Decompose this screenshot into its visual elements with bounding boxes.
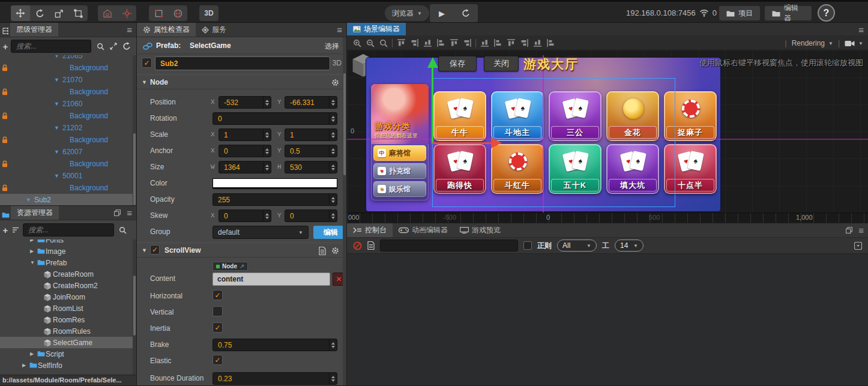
hierarchy-item-50001[interactable]: ▼50001 (0, 170, 133, 182)
category-button-1[interactable]: 中麻将馆 (373, 145, 426, 161)
asset-item-roomres[interactable]: RoomRes (0, 314, 133, 325)
spinner[interactable] (329, 210, 337, 222)
hierarchy-item-21065[interactable]: ▼21065 (0, 55, 133, 62)
spinner-down-icon[interactable] (331, 346, 335, 350)
asset-item-joinroom[interactable]: JoinRoom (0, 291, 133, 303)
open-project-button[interactable]: 项目 (719, 6, 760, 20)
inspector-scrollbar[interactable] (343, 37, 346, 385)
spinner-down-icon[interactable] (331, 201, 335, 205)
hierarchy-item-21060[interactable]: ▼21060 (0, 98, 133, 110)
hierarchy-item-background[interactable]: Background (0, 86, 133, 98)
search-icon[interactable] (119, 226, 127, 234)
gizmo-y-axis[interactable] (432, 61, 433, 143)
spinner-up-icon[interactable] (331, 340, 335, 345)
asset-item-roomlist[interactable]: RoomList (0, 303, 133, 314)
font-size-dropdown[interactable]: 14 ▼ (615, 240, 643, 252)
tree-arrow-icon[interactable]: ▼ (54, 77, 59, 83)
mode-3d-badge[interactable]: 3D (333, 59, 342, 67)
spinner-down-icon[interactable] (265, 136, 269, 140)
scale-tool-button[interactable] (49, 5, 68, 21)
spinner[interactable] (329, 145, 337, 157)
gizmo-y-arrowhead[interactable] (427, 52, 438, 68)
content-node-input[interactable]: content (212, 273, 330, 286)
hierarchy-item-background[interactable]: Background (0, 62, 133, 74)
position-x-input[interactable]: -532 (219, 96, 271, 109)
distribute-center-icon[interactable] (531, 38, 544, 49)
play-button[interactable]: ▶ (430, 4, 454, 22)
hierarchy-item-21202[interactable]: ▼21202 (0, 122, 133, 134)
regex-checkbox[interactable] (523, 241, 532, 250)
bounce-duration-input[interactable]: 0.23 (212, 372, 337, 385)
spinner-down-icon[interactable] (265, 103, 269, 107)
spinner[interactable] (329, 161, 337, 173)
size-y-input[interactable]: 530 (285, 161, 337, 173)
add-asset-button[interactable]: + (1, 225, 10, 235)
assets-scrollbar[interactable] (133, 240, 136, 375)
asset-item-roomrules[interactable]: RoomRules (0, 325, 133, 337)
panel-menu-icon[interactable]: ≡ (337, 25, 342, 35)
checkbox-inertia[interactable]: ✓ (212, 322, 223, 333)
gear-icon[interactable] (331, 247, 339, 255)
popout-icon[interactable] (114, 210, 121, 218)
expand-all-icon[interactable] (110, 43, 117, 50)
save-button[interactable]: 保存 (438, 56, 477, 71)
console-filter-input[interactable] (380, 240, 518, 252)
hierarchy-item-62007[interactable]: ▼62007 (0, 146, 133, 158)
asset-item-selectgame[interactable]: SelectGame (0, 337, 133, 348)
checkbox-horizontal[interactable]: ✓ (212, 290, 223, 300)
spinner-up-icon[interactable] (331, 114, 335, 118)
spinner[interactable] (263, 129, 271, 140)
asset-item-createroom[interactable]: CreateRoom (0, 268, 133, 280)
tab-assets[interactable]: 资源管理器 (11, 206, 59, 220)
spinner-up-icon[interactable] (331, 163, 335, 167)
group-select[interactable]: default▼ (212, 226, 309, 239)
spinner-down-icon[interactable] (331, 217, 335, 221)
anchor-y-input[interactable]: 0.5 (285, 145, 337, 157)
asset-item-fonts[interactable]: ▶Fonts (0, 240, 133, 246)
rotation-input[interactable]: 0 (212, 112, 337, 125)
spinner-down-icon[interactable] (331, 136, 335, 140)
stack-bottom-icon[interactable] (421, 38, 434, 49)
align-middle-icon[interactable] (491, 38, 504, 49)
search-icon[interactable] (97, 43, 104, 50)
spinner-up-icon[interactable] (265, 211, 269, 216)
checkbox-elastic[interactable]: ✓ (212, 355, 223, 365)
panel-menu-icon[interactable]: ≡ (858, 25, 864, 35)
spinner[interactable] (329, 113, 337, 124)
scrollview-enabled-checkbox[interactable]: ✓ (150, 245, 160, 255)
skew-y-input[interactable]: 0 (285, 210, 337, 222)
tab-动画编辑器[interactable]: 动画编辑器 (393, 223, 454, 237)
spinner-down-icon[interactable] (265, 168, 269, 172)
tree-arrow-icon[interactable]: ▼ (54, 55, 59, 59)
asset-item-prefab[interactable]: ▼Prefab (0, 257, 133, 268)
group-edit-button[interactable]: 编辑 (313, 226, 347, 239)
spinner-up-icon[interactable] (331, 98, 335, 102)
rendering-dropdown[interactable]: Rendering ▼ (792, 39, 833, 47)
asset-item-createroom2[interactable]: CreateRoom2 (0, 280, 133, 291)
tree-arrow-icon[interactable]: ▶ (30, 351, 34, 357)
tree-arrow-icon[interactable]: ▼ (54, 173, 59, 179)
align-right-icon[interactable] (460, 38, 474, 49)
asset-item-selfinfo[interactable]: ▶SelfInfo (0, 360, 133, 371)
preview-target-dropdown[interactable]: 浏览器 ▼ (385, 5, 429, 21)
category-button-3[interactable]: ★娱乐馆 (373, 181, 426, 197)
spinner[interactable] (263, 97, 271, 108)
asset-item-image[interactable]: ▶Image (0, 246, 133, 257)
tree-arrow-icon[interactable]: ▼ (54, 149, 59, 155)
node-active-checkbox[interactable]: ✓ (142, 58, 152, 68)
asset-item-script[interactable]: ▶Script (0, 348, 133, 360)
color-swatch[interactable] (212, 178, 337, 188)
open-editor-button[interactable]: 编辑器 (765, 6, 812, 20)
help-button[interactable]: ? (818, 4, 835, 22)
panel-menu-icon[interactable]: ≡ (127, 208, 132, 218)
hierarchy-item-background[interactable]: Background (0, 110, 133, 122)
collapse-arrow-icon[interactable]: ▼ (142, 247, 147, 253)
refresh-button[interactable] (454, 4, 478, 22)
zoom-out-icon[interactable] (364, 38, 377, 49)
gizmo-x-arrowhead[interactable] (491, 137, 507, 148)
spinner[interactable] (329, 339, 337, 351)
tab-service[interactable]: 服务 (196, 23, 232, 37)
spinner-up-icon[interactable] (265, 146, 269, 151)
spinner[interactable] (263, 210, 271, 222)
node-name-input[interactable]: Sub2 (155, 56, 330, 70)
